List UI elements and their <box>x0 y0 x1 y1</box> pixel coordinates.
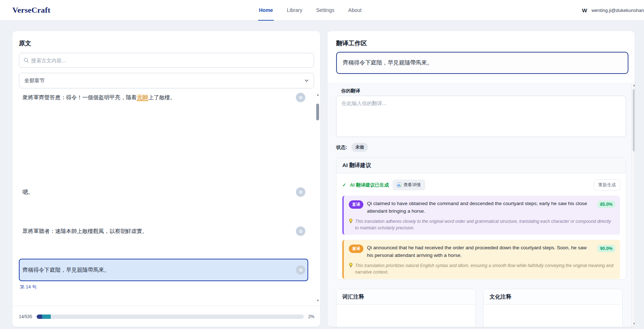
app-logo: VerseCraft <box>12 5 50 15</box>
view-details-label: 查看详情 <box>404 182 421 188</box>
current-sentence-text: 齊稱得令下庭階，早見親隨帶馬來。 <box>343 59 433 67</box>
nav-home[interactable]: Home <box>258 0 274 21</box>
suggestion-type-badge: 直译 <box>349 200 363 209</box>
ai-panel-title: AI 翻译建议 <box>342 162 371 169</box>
translation-workspace-panel: 翻译工作区 齊稱得令下庭階，早見親隨帶馬來。 你的翻译 状态: 未做 AI 翻译… <box>327 31 635 327</box>
suggestion-type-badge: 意译 <box>349 245 363 253</box>
source-text-panel: 原文 全部章节 衆將軍齊聲答應：得令！一個個盔明甲亮，隨着元帥上了敵樓。 嗯。 … <box>12 31 320 327</box>
avatar: W <box>582 7 587 13</box>
ai-suggestions-panel: AI 翻译建议 ✓ AI 翻译建议已生成 查看详情 <box>336 157 626 280</box>
sentence-row[interactable]: 眾將軍聽者：速隨本帥上敵樓觀風，以察朝鮮虛實。 <box>19 220 308 242</box>
sentence-row-selected[interactable]: 齊稱得令下庭階，早見親隨帶馬來。 <box>19 259 308 281</box>
suggestion-note: This translation prioritizes natural Eng… <box>349 262 615 275</box>
ai-panel-header: AI 翻译建议 <box>337 158 626 174</box>
top-navbar: VerseCraft Home Library Settings About W… <box>0 0 644 21</box>
lightbulb-icon <box>349 218 353 224</box>
audio-play-button[interactable] <box>296 93 305 102</box>
scroll-down-arrow[interactable]: ▼ <box>316 299 319 302</box>
bar-chart-icon <box>397 183 401 187</box>
chapter-select[interactable]: 全部章节 <box>19 73 314 88</box>
your-translation-label: 你的翻译 <box>341 88 360 94</box>
search-box <box>19 53 314 68</box>
view-details-button[interactable]: 查看详情 <box>393 180 425 190</box>
suggestion-literal[interactable]: 直译 Qi claimed to have obtained the comma… <box>342 196 620 235</box>
progress-footer: 14/535 2% <box>12 306 320 327</box>
culture-notes-title: 文化注释 <box>484 289 622 305</box>
confidence-score-badge: 90.0% <box>598 245 615 252</box>
chevron-down-icon <box>305 79 309 82</box>
sentence-text: 衆將軍齊聲答應：得令！一個個盔明甲亮，隨着 <box>22 95 137 100</box>
audio-play-button[interactable] <box>296 226 305 236</box>
speaker-icon <box>299 268 302 272</box>
sentence-row[interactable]: 元帥乘駒朝外看，眾多將士兩邊排。 <box>19 297 308 304</box>
progress-percent: 2% <box>308 314 314 319</box>
suggestion-note: This translation adheres closely to the … <box>349 218 615 231</box>
workspace-scrollbar: ▲ ▼ <box>631 83 635 327</box>
scroll-up-arrow[interactable]: ▲ <box>632 84 635 87</box>
audio-play-button[interactable] <box>296 187 305 197</box>
sentence-text: 嗯。 <box>22 189 33 196</box>
speaker-icon <box>299 191 302 194</box>
sentence-text: 上了敵樓。 <box>148 95 176 100</box>
status-label: 状态: <box>336 144 347 151</box>
search-icon <box>24 58 29 63</box>
speaker-icon <box>299 230 302 233</box>
speaker-icon <box>299 96 302 99</box>
culture-notes-card: 文化注释 <box>483 289 623 327</box>
vocab-notes-title: 词汇注释 <box>337 289 475 305</box>
lightbulb-icon <box>349 263 353 268</box>
progress-segment-done <box>37 315 42 319</box>
sentence-list: 衆將軍齊聲答應：得令！一個個盔明甲亮，隨着元帥上了敵樓。 嗯。 眾將軍聽者：速隨… <box>12 92 320 304</box>
confidence-score-badge: 85.0% <box>598 201 615 208</box>
ai-status-row: ✓ AI 翻译建议已生成 查看详情 重新生成 <box>337 174 626 191</box>
audio-play-button[interactable] <box>296 265 305 275</box>
user-email: wenting.ji@dukekunshan <box>591 8 644 13</box>
nav-about[interactable]: About <box>347 0 362 21</box>
status-row: 状态: 未做 <box>336 143 368 152</box>
translation-input[interactable] <box>336 96 626 137</box>
scrollbar-thumb[interactable] <box>316 104 319 120</box>
suggestion-free[interactable]: 意译 Qi announced that he had received the… <box>342 240 620 279</box>
sentence-text: 眾將軍聽者：速隨本帥上敵樓觀風，以察朝鮮虛實。 <box>22 228 148 235</box>
progress-bar <box>37 315 304 319</box>
source-panel-title: 原文 <box>19 39 31 47</box>
highlighted-term[interactable]: 元帥 <box>137 95 148 101</box>
sentence-row-clipped[interactable]: 衆將軍齊聲答應：得令！一個個盔明甲亮，隨着元帥上了敵樓。 <box>19 92 308 109</box>
sentence-text: 齊稱得令下庭階，早見親隨帶馬來。 <box>22 267 110 274</box>
regenerate-button[interactable]: 重新生成 <box>594 179 620 191</box>
progress-position: 14/535 <box>19 314 32 319</box>
scrollbar-thumb[interactable] <box>633 89 635 151</box>
ai-generated-text: AI 翻译建议已生成 <box>350 182 389 188</box>
check-icon: ✓ <box>342 182 346 188</box>
progress-segment-current <box>42 315 51 319</box>
status-badge: 未做 <box>351 143 368 152</box>
chapter-select-value: 全部章节 <box>24 78 45 84</box>
current-sentence-display: 齊稱得令下庭階，早見親隨帶馬來。 <box>336 52 628 74</box>
nav-library[interactable]: Library <box>286 0 303 21</box>
nav-settings[interactable]: Settings <box>315 0 335 21</box>
list-scrollbar: ▲ ▼ <box>316 93 319 302</box>
search-input[interactable] <box>29 53 314 67</box>
main-nav: Home Library Settings About <box>258 0 362 21</box>
sentence-row[interactable]: 嗯。 <box>19 181 308 203</box>
workspace-title: 翻译工作区 <box>336 39 367 47</box>
suggestion-text: Qi claimed to have obtained the command … <box>367 200 594 215</box>
workspace-scroll-area: 你的翻译 状态: 未做 AI 翻译建议 ✓ AI 翻译建议已生成 <box>327 83 635 327</box>
sentence-number-label: 第 14 句 <box>20 284 37 290</box>
user-account[interactable]: W wenting.ji@dukekunshan <box>582 0 644 21</box>
scroll-up-arrow[interactable]: ▲ <box>316 93 319 96</box>
suggestion-text: Qi announced that he had received the or… <box>367 244 594 259</box>
vocab-notes-card: 词汇注释 <box>336 289 476 327</box>
scroll-down-arrow[interactable]: ▼ <box>632 322 635 326</box>
